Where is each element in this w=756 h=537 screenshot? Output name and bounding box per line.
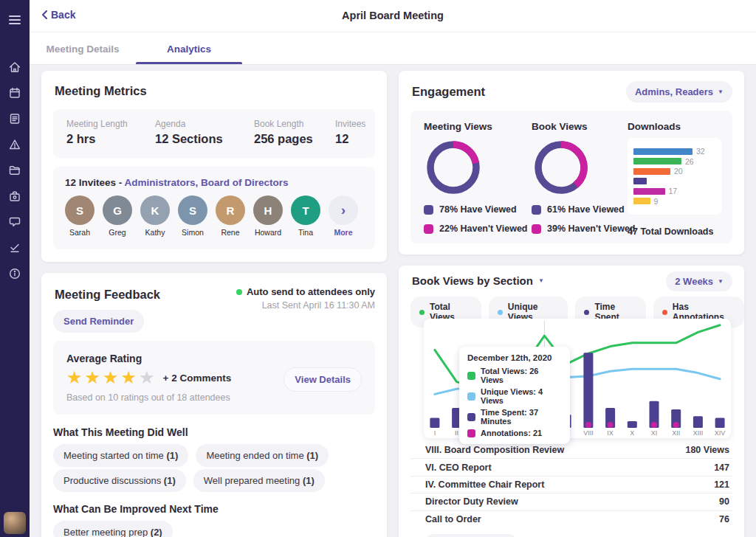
section-views-table: VIII. Board Composition Review180 Views … [410, 441, 732, 527]
avatar: H [253, 195, 283, 225]
chevron-down-icon: ▼ [538, 277, 544, 284]
legend-dot [662, 310, 667, 315]
chevron-right-icon: › [329, 195, 358, 225]
calendar-icon[interactable] [8, 86, 21, 100]
invitee-sarah: S Sarah [65, 195, 94, 237]
meeting-views-column: Meeting Views 78% Have Viewed 22% Haven'… [424, 121, 529, 234]
svg-text:VIII: VIII [583, 429, 594, 437]
tab-bar: Meeting Details Analytics [30, 32, 756, 65]
star-icon: ★ [121, 367, 137, 387]
menu-icon[interactable] [9, 13, 21, 27]
download-bar [633, 168, 670, 175]
meeting-feedback-card: Meeting Feedback Auto send to attendees … [41, 273, 387, 537]
tooltip-total-views: Total Views: 26 Views [467, 367, 562, 384]
tab-analytics[interactable]: Analytics [136, 32, 242, 65]
average-rating-title: Average Rating [66, 353, 362, 364]
star-icon: ★ [103, 367, 119, 387]
invitee-groups-link[interactable]: Administrators, Board of Directors [125, 177, 289, 188]
avatar: G [103, 195, 132, 225]
tooltip-date: December 12th, 2020 [467, 353, 562, 362]
more-invitees-button[interactable]: › More [329, 195, 358, 237]
active-tab-underline [136, 62, 242, 64]
star-icon: ★ [85, 367, 101, 387]
engagement-panel: Meeting Views 78% Have Viewed 22% Haven'… [410, 111, 732, 243]
warning-icon[interactable] [8, 138, 21, 151]
send-reminder-button[interactable]: Send Reminder [53, 310, 144, 333]
stat-book-length: Book Length256 pages [254, 119, 313, 146]
feedback-tag: Meeting started on time (1) [53, 444, 188, 467]
avatar: T [291, 195, 320, 225]
bar-value-label: 9 [654, 197, 659, 206]
stat-agenda: Agenda12 Sections [155, 119, 223, 146]
downloads-column: Downloads 322620179 47 Total Downloads [628, 121, 728, 237]
did-well-title: What This Meeting Did Well [53, 426, 188, 438]
bar-value-label: 26 [685, 157, 694, 166]
download-bar-row: 17 [633, 188, 716, 195]
svg-text:XIII: XIII [693, 429, 704, 437]
auto-send-status: Auto send to attendees only Last Sent Ap… [236, 286, 375, 311]
invitee-howard: H Howard [253, 195, 283, 237]
legend-dot [419, 310, 425, 315]
view-details-button[interactable]: View Details [284, 367, 362, 392]
svg-text:XII: XII [672, 429, 680, 437]
download-bar-row [633, 178, 716, 184]
view-all-button-partial[interactable] [425, 534, 517, 537]
book-views-section-card: Book Views by Section ▼ 2 Weeks ▼ Total … [399, 266, 744, 537]
invitees-count: 12 Invitees - Administrators, Board of D… [65, 177, 363, 188]
chat-icon[interactable] [8, 215, 21, 229]
book-views-section-dropdown[interactable]: Book Views by Section ▼ [412, 274, 544, 287]
folder-icon[interactable] [8, 164, 21, 177]
stat-invitees: Invitees12 [335, 119, 365, 146]
download-bar-row: 26 [633, 158, 716, 164]
info-icon[interactable] [8, 267, 21, 280]
legend-swatch [424, 205, 433, 215]
meeting-metrics-title: Meeting Metrics [55, 84, 147, 98]
improve-title: What Can Be Improved Next Time [53, 503, 219, 515]
downloads-total: 47 Total Downloads [628, 226, 728, 237]
table-row: Director Duty Review90 [410, 493, 732, 510]
approvals-icon[interactable] [8, 241, 21, 254]
download-bar [633, 198, 650, 204]
comments-label[interactable]: + 2 Comments [163, 373, 232, 384]
invitee-tina: T Tina [291, 195, 320, 237]
briefcase-icon[interactable] [8, 190, 21, 203]
book-icon[interactable] [8, 112, 21, 125]
meeting-views-donut-chart [425, 139, 481, 195]
tab-meeting-details[interactable]: Meeting Details [30, 32, 136, 65]
audience-filter-dropdown[interactable]: Admins, Readers ▼ [626, 81, 732, 103]
download-bar [633, 158, 681, 164]
star-icon: ★ [139, 367, 155, 387]
star-icon: ★ [66, 367, 83, 387]
table-row: Call to Order76 [410, 510, 732, 527]
book-views-donut-chart [533, 139, 589, 195]
svg-text:I: I [434, 429, 436, 437]
engagement-title: Engagement [412, 85, 485, 99]
chart-tooltip: December 12th, 2020 Total Views: 26 View… [459, 347, 570, 444]
metrics-stats-panel: Meeting Length2 hrs Agenda12 Sections Bo… [53, 109, 375, 158]
download-bar [633, 148, 693, 155]
table-row: IV. Committee Chair Report121 [410, 476, 732, 493]
svg-text:XIV: XIV [715, 429, 726, 437]
user-avatar[interactable] [4, 512, 26, 534]
feedback-tag: Better meeting prep (2) [53, 521, 173, 537]
legend-swatch [532, 224, 541, 234]
home-icon[interactable] [8, 60, 21, 74]
download-bar-row: 9 [633, 198, 716, 204]
book-views-combo-chart: IIIIIIIVVVIVIIVIIIIXXXIXIIXIIIXIV Decemb… [424, 319, 731, 438]
book-views-column: Book Views 61% Have Viewed 39% Haven't V… [532, 121, 636, 234]
period-filter-dropdown[interactable]: 2 Weeks ▼ [666, 271, 732, 291]
svg-text:IX: IX [607, 429, 614, 437]
invitee-greg: G Greg [103, 195, 132, 237]
last-sent-label: Last Sent April 16 11:30 AM [236, 300, 375, 311]
downloads-bar-chart: 322620179 [628, 138, 722, 215]
invitee-kathy: K Kathy [140, 195, 170, 237]
meeting-feedback-title: Meeting Feedback [55, 288, 160, 302]
sidebar [0, 0, 30, 537]
legend-havent-viewed: 39% Haven't Viewed [532, 224, 636, 234]
download-bar-row: 32 [633, 148, 716, 155]
legend-swatch [424, 224, 433, 234]
legend-havent-viewed: 22% Haven't Viewed [424, 224, 529, 234]
download-bar-row: 20 [633, 168, 716, 175]
status-dot [236, 289, 242, 295]
bar-value-label: 32 [696, 147, 705, 156]
